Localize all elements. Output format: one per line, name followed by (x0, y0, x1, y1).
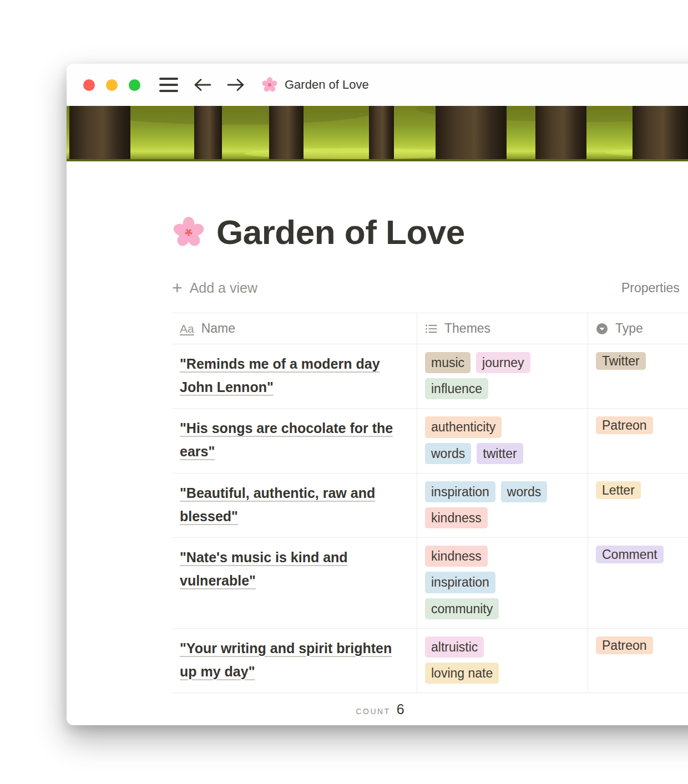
column-header-type[interactable]: Type (588, 313, 688, 344)
theme-tag[interactable]: loving nate (425, 663, 499, 684)
theme-tag[interactable]: altruistic (425, 637, 484, 658)
themes-cell[interactable]: kindnessinspirationcommunity (417, 538, 588, 628)
theme-tag[interactable]: journey (476, 352, 530, 373)
theme-tags: altruisticloving nate (425, 637, 553, 684)
type-cell[interactable]: Letter (588, 474, 688, 537)
theme-tags: musicjourneyinfluence (425, 352, 553, 399)
table-row: "Your writing and spirit brighten up my … (172, 629, 688, 693)
page-title[interactable]: Garden of Love (216, 212, 465, 252)
app-window: Garden of Love (67, 64, 688, 725)
minimize-window-button[interactable] (106, 79, 118, 91)
entry-title[interactable]: "His songs are chocolate for the ears" (180, 420, 393, 459)
themes-cell[interactable]: inspirationwordskindness (417, 474, 588, 537)
page-content: Garden of Love + Add a view Properties A… (67, 212, 688, 725)
theme-tags: authenticitywordstwitter (425, 416, 553, 464)
type-cell[interactable]: Twitter (588, 344, 688, 408)
type-cell[interactable]: Patreon (588, 409, 688, 472)
theme-tag[interactable]: kindness (425, 546, 488, 567)
cover-image[interactable] (67, 106, 688, 161)
themes-cell[interactable]: altruisticloving nate (417, 629, 588, 693)
theme-tag[interactable]: community (425, 598, 499, 619)
type-tag[interactable]: Letter (596, 481, 641, 499)
plus-icon: + (172, 279, 183, 297)
theme-tag[interactable]: words (501, 481, 547, 502)
table-row: "His songs are chocolate for the ears"au… (172, 409, 688, 473)
theme-tag[interactable]: twitter (477, 443, 523, 464)
type-tag[interactable]: Patreon (596, 637, 653, 654)
list-icon (425, 323, 437, 335)
table-footer: COUNT 6 (172, 693, 688, 725)
entry-title[interactable]: "Nate's music is kind and vulnerable" (180, 549, 348, 588)
theme-tag[interactable]: authenticity (425, 416, 502, 437)
theme-tags: inspirationwordskindness (425, 481, 553, 528)
theme-tag[interactable]: inspiration (425, 481, 495, 502)
table-row: "Nate's music is kind and vulnerable"kin… (172, 538, 688, 629)
cherry-blossom-icon (261, 77, 278, 93)
name-cell[interactable]: "His songs are chocolate for the ears" (172, 409, 417, 472)
view-controls: + Add a view Properties (172, 275, 688, 301)
type-tag[interactable]: Patreon (596, 416, 653, 434)
table-row: "Reminds me of a modern day John Lennon"… (172, 344, 688, 409)
column-header-name[interactable]: Aa Name (172, 313, 417, 344)
add-view-button[interactable]: + Add a view (172, 279, 257, 297)
theme-tag[interactable]: kindness (425, 507, 488, 528)
sidebar-menu-icon[interactable] (159, 78, 178, 92)
type-tag[interactable]: Twitter (596, 352, 646, 370)
forward-arrow-icon[interactable] (227, 78, 245, 92)
cherry-blossom-icon[interactable] (172, 216, 205, 249)
name-cell[interactable]: "Your writing and spirit brighten up my … (172, 629, 417, 693)
window-titlebar: Garden of Love (67, 64, 688, 106)
close-window-button[interactable] (83, 79, 95, 91)
entry-title[interactable]: "Your writing and spirit brighten up my … (180, 640, 392, 679)
table-body: "Reminds me of a modern day John Lennon"… (172, 344, 688, 693)
theme-tag[interactable]: words (425, 443, 471, 464)
themes-cell[interactable]: authenticitywordstwitter (417, 409, 588, 472)
theme-tag[interactable]: music (425, 352, 471, 373)
database-table: Aa Name Themes (172, 313, 688, 725)
theme-tag[interactable]: inspiration (425, 572, 495, 593)
select-icon (596, 323, 608, 335)
name-cell[interactable]: "Nate's music is kind and vulnerable" (172, 538, 417, 628)
zoom-window-button[interactable] (129, 79, 140, 91)
column-header-themes[interactable]: Themes (417, 313, 588, 344)
name-cell[interactable]: "Reminds me of a modern day John Lennon" (172, 344, 417, 408)
table-header-row: Aa Name Themes (172, 313, 688, 344)
theme-tag[interactable]: influence (425, 378, 488, 399)
table-row: "Beautiful, authentic, raw and blessed"i… (172, 474, 688, 538)
text-icon: Aa (180, 322, 194, 335)
count-value: 6 (397, 701, 404, 717)
back-arrow-icon[interactable] (194, 78, 211, 92)
theme-tags: kindnessinspirationcommunity (425, 546, 553, 619)
entry-title[interactable]: "Beautiful, authentic, raw and blessed" (180, 485, 375, 524)
properties-button[interactable]: Properties (621, 281, 680, 296)
type-cell[interactable]: Patreon (588, 629, 688, 693)
themes-cell[interactable]: musicjourneyinfluence (417, 344, 588, 408)
entry-title[interactable]: "Reminds me of a modern day John Lennon" (180, 356, 380, 395)
window-title: Garden of Love (285, 78, 369, 92)
count-summary[interactable]: COUNT 6 (356, 701, 404, 717)
type-tag[interactable]: Comment (596, 546, 664, 563)
traffic-lights (83, 79, 140, 91)
type-cell[interactable]: Comment (588, 538, 688, 628)
name-cell[interactable]: "Beautiful, authentic, raw and blessed" (172, 474, 417, 537)
